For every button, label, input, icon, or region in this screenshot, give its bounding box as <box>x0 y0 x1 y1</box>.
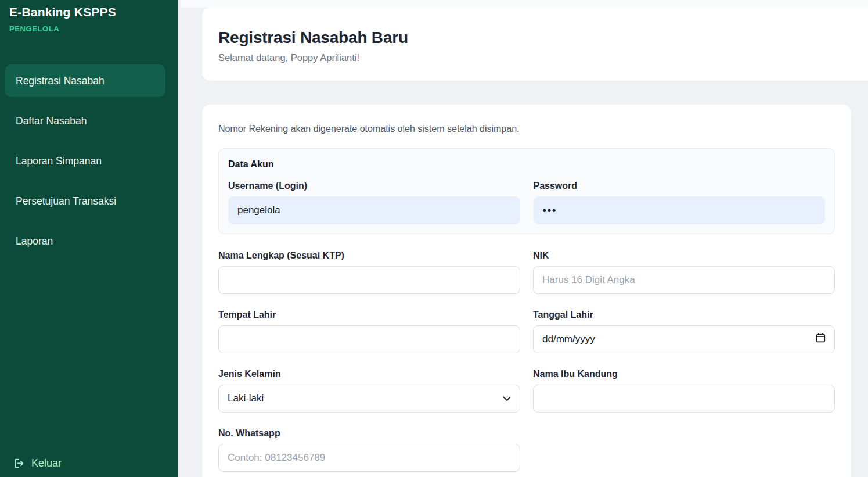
full-name-label: Nama Lengkap (Sesuai KTP) <box>218 250 520 261</box>
password-label: Password <box>534 180 826 191</box>
account-data-section: Data Akun Username (Login) Password <box>218 148 835 234</box>
account-number-note: Nomor Rekening akan digenerate otomatis … <box>218 124 835 134</box>
app-window: E-Banking KSPPS PENGELOLA Registrasi Nas… <box>0 0 868 477</box>
mother-name-field-group: Nama Ibu Kandung <box>533 368 835 413</box>
password-field-group: Password <box>534 180 826 224</box>
username-field-group: Username (Login) <box>228 180 520 224</box>
brand-title: E-Banking KSPPS <box>9 5 168 19</box>
sidebar-item-label: Registrasi Nasabah <box>16 75 105 87</box>
birth-place-field-group: Tempat Lahir <box>218 309 520 353</box>
sidebar-item-label: Persetujuan Transaksi <box>16 195 116 207</box>
full-name-field-group: Nama Lengkap (Sesuai KTP) <box>218 250 520 294</box>
sidebar-item-daftar-nasabah[interactable]: Daftar Nasabah <box>5 105 165 137</box>
sidebar-item-laporan[interactable]: Laporan <box>5 225 165 257</box>
personal-data-fields: Nama Lengkap (Sesuai KTP) NIK Tempat Lah… <box>218 250 835 477</box>
account-section-title: Data Akun <box>228 159 825 170</box>
sidebar-item-label: Laporan Simpanan <box>16 155 102 167</box>
sidebar-item-laporan-simpanan[interactable]: Laporan Simpanan <box>5 145 165 177</box>
nik-input[interactable] <box>533 266 835 294</box>
mother-name-input[interactable] <box>533 385 835 413</box>
sidebar-nav: Registrasi Nasabah Daftar Nasabah Lapora… <box>0 64 178 265</box>
mother-name-label: Nama Ibu Kandung <box>533 368 835 379</box>
birth-date-field-group: Tanggal Lahir dd/mm/yyyy <box>533 309 835 353</box>
gender-label: Jenis Kelamin <box>218 368 520 379</box>
birth-place-label: Tempat Lahir <box>218 309 520 320</box>
birth-date-input[interactable]: dd/mm/yyyy <box>533 325 835 353</box>
nik-field-group: NIK <box>533 250 835 294</box>
logout-label: Keluar <box>31 457 62 469</box>
sidebar-item-label: Daftar Nasabah <box>16 115 87 127</box>
main-content: Registrasi Nasabah Baru Selamat datang, … <box>178 0 868 477</box>
gender-field-group: Jenis Kelamin Laki-laki <box>218 368 520 413</box>
logout-button[interactable]: Keluar <box>0 457 178 477</box>
page-header-card: Registrasi Nasabah Baru Selamat datang, … <box>202 8 868 81</box>
whatsapp-input[interactable] <box>218 444 520 472</box>
page-title: Registrasi Nasabah Baru <box>218 28 852 47</box>
gender-selected-value: Laki-laki <box>228 393 264 404</box>
full-name-input[interactable] <box>218 266 520 294</box>
username-input[interactable] <box>228 196 520 224</box>
brand-role-badge: PENGELOLA <box>9 24 168 33</box>
gender-select[interactable]: Laki-laki <box>218 385 520 413</box>
birth-place-input[interactable] <box>218 325 520 353</box>
sidebar: E-Banking KSPPS PENGELOLA Registrasi Nas… <box>0 0 178 477</box>
birth-date-value: dd/mm/yyyy <box>542 333 595 345</box>
welcome-message: Selamat datang, Poppy Aprilianti! <box>218 52 852 63</box>
registration-form-card: Nomor Rekening akan digenerate otomatis … <box>202 105 851 477</box>
username-label: Username (Login) <box>228 180 520 191</box>
whatsapp-field-group: No. Whatsapp <box>218 428 520 472</box>
password-input[interactable] <box>534 196 826 224</box>
whatsapp-label: No. Whatsapp <box>218 428 520 439</box>
sidebar-item-label: Laporan <box>16 235 53 247</box>
logout-icon <box>13 457 25 469</box>
brand: E-Banking KSPPS PENGELOLA <box>0 0 178 33</box>
birth-date-label: Tanggal Lahir <box>533 309 835 320</box>
top-strip <box>181 0 868 8</box>
sidebar-item-persetujuan-transaksi[interactable]: Persetujuan Transaksi <box>5 185 165 217</box>
nik-label: NIK <box>533 250 835 261</box>
sidebar-item-registrasi-nasabah[interactable]: Registrasi Nasabah <box>5 64 165 97</box>
chevron-down-icon <box>503 393 511 404</box>
calendar-icon[interactable] <box>816 333 826 346</box>
